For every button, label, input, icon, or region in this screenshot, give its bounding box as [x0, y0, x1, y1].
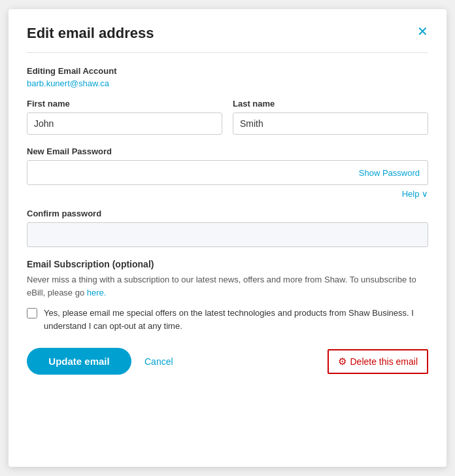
checkbox-row: Yes, please email me special offers on t… [27, 307, 428, 332]
modal-header: Edit email address ✕ [27, 25, 428, 53]
first-name-label: First name [27, 99, 222, 109]
subscription-checkbox[interactable] [27, 308, 37, 318]
delete-email-button[interactable]: ⚙ Delete this email [328, 349, 429, 374]
password-section: New Email Password Show Password [27, 146, 428, 185]
new-password-label: New Email Password [27, 146, 428, 156]
gear-icon: ⚙ [338, 356, 346, 367]
editing-email-address: barb.kunert@shaw.ca [27, 78, 428, 88]
show-password-button[interactable]: Show Password [351, 168, 428, 178]
delete-email-label: Delete this email [350, 356, 418, 367]
name-row: First name Last name [27, 99, 428, 135]
subscription-description: Never miss a thing with a subscription t… [27, 273, 428, 299]
last-name-input[interactable] [233, 112, 428, 135]
cancel-button[interactable]: Cancel [144, 356, 173, 367]
subscription-title: Email Subscription (optional) [27, 259, 428, 269]
subscription-section: Email Subscription (optional) Never miss… [27, 259, 428, 332]
editing-account-label: Editing Email Account [27, 66, 428, 76]
first-name-input[interactable] [27, 112, 222, 135]
first-name-group: First name [27, 99, 222, 135]
close-button[interactable]: ✕ [417, 25, 428, 38]
confirm-password-section: Confirm password [27, 209, 428, 247]
edit-email-modal: Edit email address ✕ Editing Email Accou… [8, 9, 447, 467]
checkbox-label: Yes, please email me special offers on t… [44, 307, 428, 332]
modal-title: Edit email address [27, 25, 154, 42]
subscription-link[interactable]: here. [87, 288, 107, 298]
help-row: Help ∨ [27, 188, 428, 199]
update-email-button[interactable]: Update email [27, 348, 131, 375]
password-input-wrapper: Show Password [27, 160, 428, 185]
footer-row: Update email Cancel ⚙ Delete this email [27, 348, 428, 375]
help-link[interactable]: Help ∨ [402, 189, 428, 199]
new-password-input[interactable] [27, 161, 351, 184]
last-name-group: Last name [233, 99, 428, 135]
confirm-password-label: Confirm password [27, 209, 428, 218]
last-name-label: Last name [233, 99, 428, 109]
confirm-password-input[interactable] [27, 222, 428, 247]
